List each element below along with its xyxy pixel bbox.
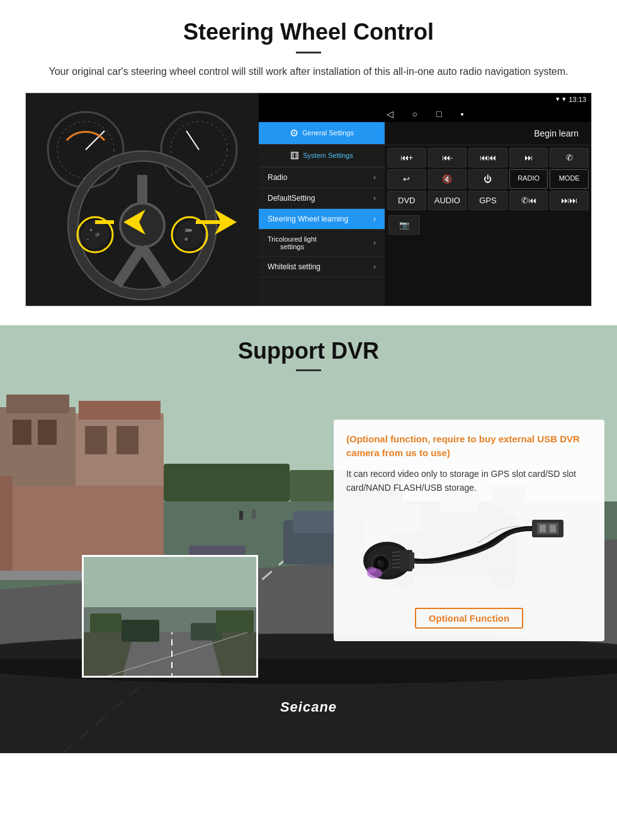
ctrl-call-prev[interactable]: ✆⏮: [509, 191, 548, 210]
steering-composite: + - ↺ ⋙ ≡ ▾ ▾ 13:: [25, 92, 592, 306]
ctrl-hangup[interactable]: ↩: [387, 169, 426, 189]
menu-steering-learning[interactable]: Steering Wheel learning ›: [259, 209, 385, 230]
system-settings-tab[interactable]: ⚅ System Settings: [259, 145, 385, 167]
title-divider: [296, 52, 321, 53]
svg-rect-73: [550, 525, 556, 532]
ctrl-audio[interactable]: AUDIO: [428, 191, 467, 210]
svg-rect-67: [90, 613, 122, 632]
wifi-icon: ▾: [562, 95, 566, 103]
dvr-title-divider: [296, 369, 321, 371]
dvr-description: It can record video only to storage in G…: [346, 467, 592, 495]
menu-steering-label: Steering Wheel learning: [268, 215, 348, 223]
svg-rect-55: [239, 511, 243, 520]
cast-nav-icon[interactable]: ▪: [460, 109, 463, 119]
dvr-section: Support DVR Sei: [0, 325, 617, 753]
menu-defaultsetting[interactable]: DefaultSetting ›: [259, 188, 385, 209]
begin-learn-row: Begin learn: [385, 122, 591, 145]
ctrl-mode[interactable]: MODE: [550, 169, 589, 189]
ctrl-next[interactable]: ⏭: [509, 148, 548, 167]
android-ui: ▾ ▾ 13:13 ◁ ○ □ ▪ ⚙ General Settings: [259, 93, 591, 306]
svg-rect-33: [79, 401, 161, 420]
ctrl-vol-up[interactable]: ⏮+: [387, 148, 426, 167]
menu-defaultsetting-label: DefaultSetting: [268, 194, 315, 203]
dvr-background: Support DVR Sei: [0, 325, 617, 753]
ctrl-gps[interactable]: GPS: [468, 191, 507, 210]
svg-point-9: [120, 203, 164, 247]
svg-text:⋙: ⋙: [184, 227, 193, 233]
ctrl-mute[interactable]: 🔇: [428, 169, 467, 189]
settings-panel: ⚙ General Settings ⚅ System Settings Rad…: [259, 122, 385, 306]
recents-nav-icon[interactable]: □: [436, 109, 441, 119]
time-display: 13:13: [569, 96, 586, 103]
menu-whitelist[interactable]: Whitelist setting ›: [259, 257, 385, 277]
begin-learn-button[interactable]: Begin learn: [528, 126, 585, 141]
seicane-logo: Seicane: [280, 699, 337, 715]
svg-text:+: +: [89, 227, 93, 233]
ctrl-camera[interactable]: 📷: [388, 215, 420, 235]
chevron-icon: ›: [373, 215, 376, 223]
control-buttons-grid: ⏮+ ⏮- ⏮⏮ ⏭ ✆ ↩ 🔇 ⏻ RADIO MODE DVD AUDIO: [385, 145, 591, 213]
controls-panel: Begin learn ⏮+ ⏮- ⏮⏮ ⏭ ✆ ↩ 🔇 ⏻ RADIO: [385, 122, 591, 306]
menu-whitelist-label: Whitelist setting: [268, 262, 320, 271]
menu-radio[interactable]: Radio ›: [259, 167, 385, 188]
svg-rect-34: [85, 426, 107, 454]
dvr-info-box: (Optional function, require to buy exter…: [334, 420, 604, 642]
svg-rect-31: [38, 420, 57, 445]
ctrl-prev[interactable]: ⏮⏮: [468, 148, 507, 167]
dvr-title-overlay: Support DVR: [0, 325, 617, 371]
svg-point-19: [176, 221, 203, 249]
menu-radio-label: Radio: [268, 173, 287, 182]
svg-rect-68: [216, 610, 254, 632]
ctrl-vol-down[interactable]: ⏮-: [428, 148, 467, 167]
svg-text:-: -: [87, 236, 89, 242]
steering-photo: + - ↺ ⋙ ≡: [26, 93, 259, 306]
svg-rect-29: [6, 395, 69, 413]
ctrl-call-next[interactable]: ⏭⏭: [550, 191, 589, 210]
dvr-title: Support DVR: [0, 338, 617, 364]
dvr-camera-illustration: [346, 504, 592, 598]
steering-subtitle: Your original car's steering wheel contr…: [38, 64, 579, 80]
menu-tricoloured[interactable]: Tricoloured lightsettings ›: [259, 230, 385, 257]
gear-icon: ⚙: [290, 127, 298, 139]
svg-rect-53: [0, 476, 13, 571]
general-settings-tab[interactable]: ⚙ General Settings: [259, 122, 385, 144]
svg-rect-61: [84, 557, 258, 607]
ctrl-dvd[interactable]: DVD: [387, 191, 426, 210]
chevron-icon: ›: [373, 238, 376, 247]
ctrl-power[interactable]: ⏻: [468, 169, 507, 189]
svg-point-81: [366, 567, 376, 573]
svg-text:≡: ≡: [184, 236, 188, 242]
svg-rect-36: [164, 464, 290, 501]
home-nav-icon[interactable]: ○: [412, 109, 417, 119]
chevron-icon: ›: [373, 194, 376, 203]
seicane-brand: Seicane: [280, 699, 337, 715]
chevron-icon: ›: [373, 173, 376, 182]
svg-rect-88: [409, 552, 414, 569]
dvr-optional-text: (Optional function, require to buy exter…: [346, 432, 592, 461]
android-navbar: ◁ ○ □ ▪: [259, 106, 591, 122]
android-content: ⚙ General Settings ⚅ System Settings Rad…: [259, 122, 591, 306]
optional-function-badge: Optional Function: [415, 608, 523, 629]
svg-rect-72: [540, 525, 546, 532]
svg-rect-56: [252, 510, 256, 518]
menu-tricoloured-label: Tricoloured lightsettings: [268, 235, 317, 250]
android-statusbar: ▾ ▾ 13:13: [259, 93, 591, 106]
ctrl-radio[interactable]: RADIO: [509, 169, 548, 189]
svg-rect-30: [13, 420, 31, 445]
svg-rect-35: [116, 426, 139, 454]
svg-point-79: [378, 561, 380, 563]
signal-icon: ▾: [556, 95, 560, 103]
dvr-thumbnail: [82, 555, 258, 678]
svg-rect-65: [122, 620, 159, 642]
steering-title: Steering Wheel Control: [25, 19, 592, 45]
back-nav-icon[interactable]: ◁: [387, 109, 393, 119]
chevron-icon: ›: [373, 262, 376, 271]
ctrl-call[interactable]: ✆: [550, 148, 589, 167]
system-icon: ⚅: [290, 150, 299, 162]
steering-section: Steering Wheel Control Your original car…: [0, 0, 617, 306]
svg-text:↺: ↺: [95, 232, 99, 238]
